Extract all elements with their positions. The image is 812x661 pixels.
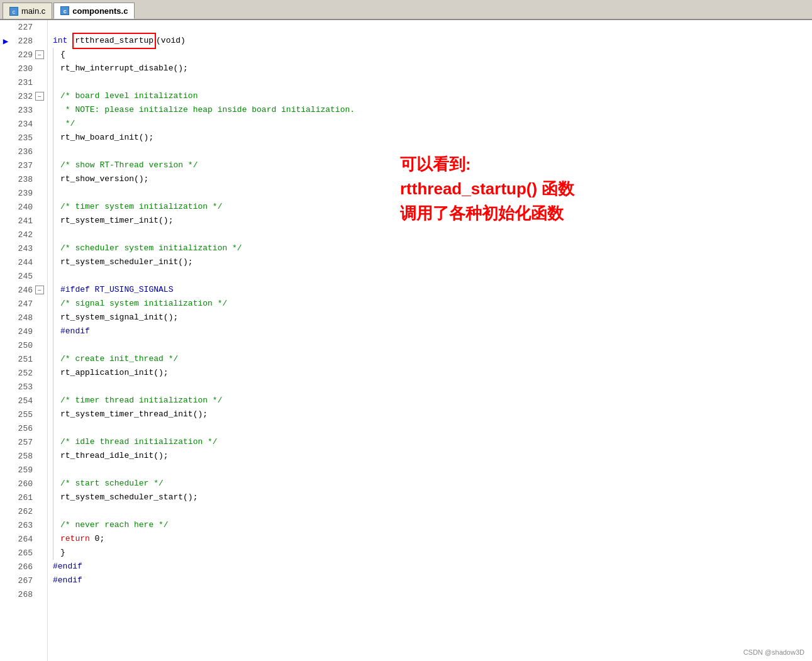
code-line: /* timer thread initialization */ [53, 394, 812, 408]
indent-guide [53, 408, 60, 421]
line-number: 248 [11, 313, 35, 323]
fold-collapse-icon[interactable]: − [35, 286, 44, 294]
line-number: 234 [11, 119, 35, 129]
fold-empty [35, 78, 44, 87]
line-number-row: 263 [11, 518, 47, 532]
line-number-row: 266 [11, 560, 47, 574]
line-number: 266 [11, 562, 35, 572]
fold-empty [35, 438, 44, 447]
fold-empty [35, 424, 44, 433]
code-text: rt_system_scheduler_start(); [60, 491, 197, 504]
fold-empty [35, 230, 44, 239]
fold-empty [35, 175, 44, 184]
code-text: rt_hw_interrupt_disable(); [60, 62, 188, 75]
fold-empty [35, 369, 44, 377]
code-line: rt_thread_idle_init(); [53, 449, 812, 463]
line-number: 232 [11, 92, 35, 101]
code-line: int rtthread_startup(void) [53, 34, 812, 48]
watermark: CSDN @shadow3D [743, 648, 804, 656]
fold-empty [35, 258, 44, 267]
fold-empty [35, 493, 44, 502]
tab-main-c[interactable]: c main.c [3, 3, 52, 19]
indent-guide [53, 214, 60, 228]
line-number: 242 [11, 230, 35, 240]
preprocessor: #endif [53, 574, 82, 587]
fold-collapse-icon[interactable]: − [35, 92, 44, 101]
indent-guide [53, 504, 60, 518]
fold-collapse-icon[interactable]: − [35, 50, 44, 59]
preprocessor: #ifdef RT_USING_SIGNALS [60, 283, 173, 297]
tab-bar: c main.c c components.c [0, 0, 812, 20]
line-number: 258 [11, 452, 35, 461]
line-number-row: 260 [11, 477, 47, 491]
indent-guide [53, 75, 60, 89]
indent-guide [53, 269, 60, 283]
fold-empty [35, 507, 44, 516]
code-text: rt_system_scheduler_init(); [60, 255, 193, 269]
line-number: 249 [11, 327, 35, 336]
line-number-row: 234 [11, 117, 47, 131]
code-line: { [53, 48, 812, 62]
indent-guide [53, 117, 60, 131]
line-number: 244 [11, 258, 35, 267]
code-line: return 0; [53, 532, 812, 546]
code-line [53, 338, 812, 352]
line-number: 264 [11, 535, 35, 544]
comment: /* scheduler system initialization */ [60, 242, 242, 255]
line-number-row: 249 [11, 325, 47, 338]
fold-empty [35, 313, 44, 322]
indent-guide [53, 103, 60, 117]
fold-empty [35, 119, 44, 128]
code-text: rt_thread_idle_init(); [60, 449, 169, 463]
fold-empty [35, 244, 44, 253]
line-number-row: 229− [11, 48, 47, 62]
line-number: 245 [11, 272, 35, 281]
line-number: 243 [11, 244, 35, 253]
indent-guide [53, 380, 60, 394]
fold-empty [35, 36, 44, 45]
fold-empty [35, 479, 44, 488]
indent-guide [53, 255, 60, 269]
indent-guide [53, 145, 60, 158]
indent-guide [53, 421, 60, 435]
line-number: 253 [11, 382, 35, 392]
keyword: int [53, 34, 67, 48]
comment: /* timer system initialization */ [60, 200, 222, 214]
comment: /* board level initalization [60, 89, 197, 103]
fold-empty [35, 23, 44, 31]
line-number-row: 244 [11, 255, 47, 269]
line-number-row: 247 [11, 297, 47, 311]
fold-empty [35, 203, 44, 211]
line-number-row: 228 [11, 34, 47, 48]
code-line: rt_system_scheduler_init(); [53, 255, 812, 269]
code-line [53, 463, 812, 477]
code-line [53, 269, 812, 283]
code-text [67, 34, 72, 48]
line-number-row: 252 [11, 366, 47, 380]
code-line: rt_hw_board_init(); [53, 131, 812, 145]
line-number-row: 268 [11, 587, 47, 601]
indent-guide [53, 463, 60, 477]
indent-guide [53, 172, 60, 186]
indent-guide [53, 477, 60, 491]
fold-empty [35, 535, 44, 543]
indent-guide [53, 228, 60, 242]
line-number: 268 [11, 590, 35, 599]
code-line [53, 421, 812, 435]
line-number: 250 [11, 341, 35, 350]
line-number-row: 227 [11, 20, 47, 34]
line-number: 259 [11, 465, 35, 475]
code-line: #ifdef RT_USING_SIGNALS [53, 283, 812, 297]
line-number: 236 [11, 147, 35, 157]
code-line: /* create init_thread */ [53, 352, 812, 366]
tab-components-c[interactable]: c components.c [53, 3, 135, 19]
line-number: 235 [11, 133, 35, 143]
line-number: 257 [11, 438, 35, 447]
code-line: /* start scheduler */ [53, 477, 812, 491]
line-number-row: 230 [11, 62, 47, 75]
line-number: 254 [11, 396, 35, 406]
line-number: 255 [11, 410, 35, 419]
line-number: 246 [11, 286, 35, 295]
indent-guide [53, 131, 60, 145]
line-number-row: 251 [11, 352, 47, 366]
